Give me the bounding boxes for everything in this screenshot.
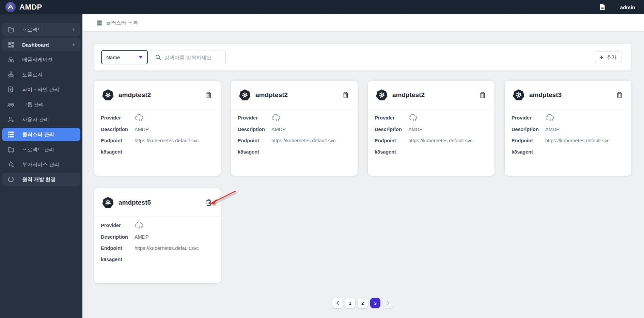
cloud-code-icon — [408, 114, 418, 122]
card-header: amdptest3 — [505, 81, 631, 109]
pagination-page-button[interactable]: 3 — [370, 298, 380, 308]
field-label: Description — [101, 127, 135, 132]
brand-title: AMDP — [19, 3, 42, 12]
card-header: amdptest2 — [368, 81, 494, 109]
kubernetes-icon — [513, 89, 524, 101]
field-label: Endpoint — [101, 138, 135, 143]
cluster-name: amdptest2 — [392, 91, 425, 99]
cluster-name: amdptest5 — [119, 199, 151, 206]
sidebar-item-topology[interactable]: 토폴로지 — [2, 68, 80, 81]
card-field-row: DescriptionAMDP — [101, 126, 214, 133]
card-field-row: k8sagent — [375, 148, 488, 155]
sidebar-item-addon-service-management[interactable]: 부가서비스 관리 — [2, 158, 80, 171]
field-value: AMDP — [135, 234, 149, 240]
card-field-row: DescriptionAMDP — [101, 233, 214, 240]
field-label: Description — [512, 127, 545, 132]
sidebar-item-label: 사용자 관리 — [22, 116, 49, 123]
card-field-row: k8sagent — [101, 256, 214, 263]
kubernetes-icon — [239, 89, 251, 101]
delete-cluster-button[interactable] — [480, 92, 486, 98]
amdp-logo-icon — [5, 2, 16, 12]
document-icon[interactable] — [599, 4, 605, 11]
sidebar-item-label: Dashboard — [22, 42, 49, 48]
sidebar-item-dashboard[interactable]: Dashboard + — [2, 38, 80, 51]
filter-toolbar: Name + 추가 — [94, 44, 631, 70]
document-search-icon — [7, 86, 15, 93]
server-stack-icon — [96, 20, 102, 26]
field-value: AMDP — [135, 127, 149, 132]
sidebar-item-cluster-management[interactable]: 클러스터 관리 — [2, 128, 80, 141]
card-field-row: Endpointhttps://kubernetes.default.svc — [375, 137, 488, 144]
sidebar-item-group-management[interactable]: 그룹 관리 — [2, 98, 80, 111]
card-header: amdptest2 — [231, 81, 358, 109]
delete-cluster-button[interactable] — [206, 199, 212, 206]
sidebar-item-user-management[interactable]: 사용자 관리 — [2, 113, 80, 126]
card-body: ProviderDescriptionAMDPEndpointhttps://k… — [231, 109, 358, 155]
card-body: ProviderDescriptionAMDPEndpointhttps://k… — [505, 109, 631, 155]
pagination-pages: 123 — [345, 298, 380, 308]
cluster-card: amdptest2ProviderDescriptionAMDPEndpoint… — [368, 81, 494, 176]
field-label: Provider — [512, 115, 545, 121]
topology-icon — [7, 71, 15, 78]
field-label: Description — [101, 234, 135, 240]
people-group-icon — [7, 101, 15, 108]
card-header: amdptest5 — [94, 188, 221, 217]
field-value: AMDP — [271, 127, 286, 132]
add-cluster-button[interactable]: + 추가 — [594, 51, 622, 63]
plus-icon[interactable]: + — [72, 42, 75, 48]
sidebar-item-applications[interactable]: 애플리케이션 — [2, 53, 80, 66]
folder-icon — [7, 26, 15, 33]
field-value: https://kubernetes.default.svc — [135, 245, 199, 251]
add-button-label: 추가 — [606, 54, 616, 61]
field-label: k8sagent — [101, 257, 135, 262]
sidebar-item-projects[interactable]: 프로젝트 + — [2, 23, 80, 36]
field-label: Description — [375, 127, 408, 132]
card-field-row: Provider — [101, 114, 214, 122]
filter-field-dropdown[interactable]: Name — [101, 50, 148, 64]
card-field-row: Endpointhttps://kubernetes.default.svc — [101, 137, 214, 144]
pagination-next-button[interactable] — [383, 298, 393, 308]
field-label: k8sagent — [101, 149, 135, 155]
sidebar-item-remote-dev-environment[interactable]: 원격 개발 환경 — [2, 173, 80, 186]
search-input[interactable] — [164, 54, 219, 60]
plus-icon[interactable]: + — [72, 27, 75, 33]
card-field-row: Endpointhttps://kubernetes.default.svc — [238, 137, 351, 144]
delete-cluster-button[interactable] — [616, 92, 623, 98]
main-area: 클러스터 목록 Name + 추가 — [82, 14, 644, 318]
kubernetes-icon — [376, 89, 388, 101]
breadcrumb: 클러스터 목록 — [106, 20, 138, 26]
sidebar-item-project-management[interactable]: 프로젝트 관리 — [2, 143, 80, 156]
cloud-code-icon — [135, 114, 144, 122]
cluster-card: amdptest5ProviderDescriptionAMDPEndpoint… — [94, 188, 221, 283]
server-stack-icon — [7, 131, 15, 138]
field-label: Endpoint — [101, 245, 135, 251]
sidebar-item-label: 원격 개발 환경 — [22, 176, 56, 183]
pagination-page-button[interactable]: 2 — [358, 298, 368, 308]
delete-cluster-button[interactable] — [343, 92, 349, 98]
sidebar-item-label: 프로젝트 관리 — [22, 146, 54, 153]
field-label: Endpoint — [375, 138, 408, 143]
pagination-page-button[interactable]: 1 — [345, 298, 355, 308]
pagination-prev-button[interactable] — [332, 298, 343, 308]
field-label: Provider — [238, 115, 271, 121]
field-value: https://kubernetes.default.svc — [135, 138, 199, 143]
folder-dots-icon — [7, 146, 15, 153]
pagination: 123 — [94, 298, 631, 308]
card-field-row: Endpointhttps://kubernetes.default.svc — [101, 244, 214, 252]
breadcrumb-bar: 클러스터 목록 — [82, 14, 644, 31]
user-gear-icon — [7, 116, 15, 123]
cluster-card: amdptest3ProviderDescriptionAMDPEndpoint… — [505, 81, 631, 176]
user-name[interactable]: admin — [620, 4, 635, 10]
card-header: amdptest2 — [94, 81, 221, 109]
cloud-code-icon — [135, 222, 144, 229]
cloud-code-icon — [545, 114, 555, 122]
cluster-name: amdptest2 — [119, 91, 151, 99]
card-field-row: DescriptionAMDP — [512, 126, 625, 133]
sidebar-item-label: 애플리케이션 — [22, 57, 53, 63]
card-field-row: Provider — [238, 114, 351, 122]
sidebar-item-label: 클러스터 관리 — [22, 131, 54, 138]
field-label: Provider — [375, 115, 408, 121]
delete-cluster-button[interactable] — [206, 92, 212, 98]
sidebar-item-pipeline-management[interactable]: 파이프라인 관리 — [2, 83, 80, 96]
card-field-row: DescriptionAMDP — [238, 126, 351, 133]
